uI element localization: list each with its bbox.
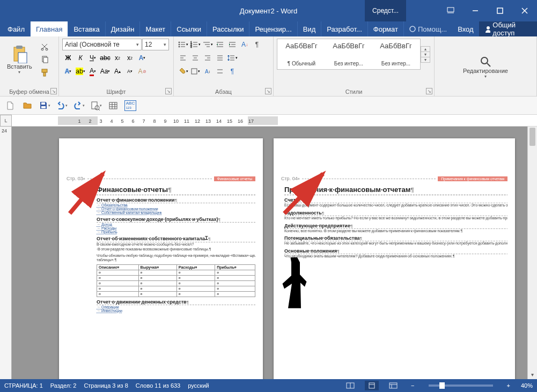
tab-design[interactable]: Дизайн bbox=[106, 21, 141, 36]
tab-review[interactable]: Рецензир... bbox=[249, 21, 297, 36]
align-right-button[interactable] bbox=[202, 52, 214, 64]
ruler-tab-selector[interactable]: L bbox=[0, 115, 12, 127]
horizontal-ruler[interactable]: 1234567891011121314151617 bbox=[12, 115, 537, 126]
tab-insert[interactable]: Вставка bbox=[68, 21, 105, 36]
decrease-indent-button[interactable] bbox=[214, 39, 226, 50]
zoom-in-button[interactable]: + bbox=[504, 382, 513, 389]
tab-mailings[interactable]: Рассылки bbox=[207, 21, 249, 36]
clipboard-launcher[interactable]: ↘ bbox=[50, 88, 57, 94]
bullets-button[interactable]: ▾ bbox=[177, 39, 189, 50]
style-nospacing1[interactable]: АаБбВвГгБез интер... bbox=[326, 40, 372, 68]
scrollbar-thumb[interactable] bbox=[529, 128, 535, 146]
print-preview-button[interactable]: ▾ bbox=[89, 99, 103, 113]
tab-references[interactable]: Ссылки bbox=[171, 21, 207, 36]
contextual-tab-label[interactable]: Средст... bbox=[365, 0, 406, 21]
shading-button[interactable]: ▾ bbox=[177, 65, 189, 77]
sort-button[interactable]: A↓ bbox=[239, 39, 251, 50]
font-size-combo[interactable]: 12▾ bbox=[142, 39, 169, 50]
status-section[interactable]: Раздел: 2 bbox=[50, 382, 77, 389]
shrink-font-button[interactable]: A▾ bbox=[124, 65, 136, 77]
web-layout-button[interactable] bbox=[386, 381, 400, 390]
style-normal[interactable]: АаБбВвГг¶ Обычный bbox=[278, 40, 325, 68]
vertical-scrollbar[interactable]: ▾ bbox=[527, 127, 537, 379]
close-button[interactable] bbox=[512, 0, 537, 21]
print-layout-button[interactable] bbox=[365, 381, 379, 390]
underline-button[interactable]: Ч▾ bbox=[87, 52, 99, 64]
line-spacing-button[interactable]: ▾ bbox=[226, 52, 238, 64]
font-launcher[interactable]: ↘ bbox=[165, 88, 172, 94]
text-direction-button[interactable]: A↕ bbox=[202, 65, 214, 77]
new-document-button[interactable] bbox=[3, 99, 17, 113]
tab-view[interactable]: Вид bbox=[298, 21, 322, 36]
document-canvas[interactable]: Стр. 03¤ Финансовые отчеты Финансовые·от… bbox=[12, 127, 527, 379]
align-center-button[interactable] bbox=[189, 52, 201, 64]
status-words[interactable]: Слово 11 из 633 bbox=[136, 382, 180, 389]
tell-me[interactable]: Помощ... bbox=[404, 21, 452, 36]
editing-button[interactable]: Редактирование ▾ bbox=[459, 53, 512, 82]
tab-file[interactable]: Файл bbox=[2, 21, 31, 36]
spelling-button[interactable]: ABC123 bbox=[123, 99, 137, 113]
svg-rect-62 bbox=[92, 102, 97, 109]
signin-link[interactable]: Вход bbox=[452, 21, 479, 36]
distributed-button[interactable] bbox=[214, 65, 226, 77]
page4-h1: Примечания·к·финансовым·отчетам bbox=[284, 186, 410, 194]
tab-layout[interactable]: Макет bbox=[140, 21, 171, 36]
align-left-button[interactable] bbox=[177, 52, 189, 64]
save-button[interactable]: ▾ bbox=[38, 99, 52, 113]
styles-gallery[interactable]: АаБбВвГг¶ Обычный АаБбВвГгБез интер... А… bbox=[277, 39, 421, 70]
text-effects-button[interactable]: A▾ bbox=[136, 52, 148, 64]
paragraph-launcher[interactable]: ↘ bbox=[265, 88, 271, 94]
highlight-button[interactable]: ab▾ bbox=[75, 65, 86, 77]
multilevel-list-button[interactable]: ▾ bbox=[202, 39, 214, 50]
svg-rect-60 bbox=[41, 102, 45, 105]
page3-header-tag: Финансовые отчеты bbox=[214, 176, 255, 181]
svg-rect-10 bbox=[18, 53, 27, 63]
justify-button[interactable] bbox=[214, 52, 226, 64]
grow-font-button[interactable]: A▴ bbox=[112, 65, 123, 77]
redo-button[interactable]: ▾ bbox=[72, 99, 86, 113]
maximize-button[interactable] bbox=[488, 0, 512, 21]
tab-developer[interactable]: Разработ... bbox=[321, 21, 367, 36]
undo-button[interactable]: ▾ bbox=[55, 99, 69, 113]
subscript-button[interactable]: x2 bbox=[112, 52, 123, 64]
zoom-out-button[interactable]: − bbox=[408, 382, 417, 389]
read-mode-button[interactable] bbox=[343, 381, 357, 390]
tab-home[interactable]: Главная bbox=[31, 21, 68, 36]
ribbon-display-options[interactable] bbox=[438, 0, 463, 21]
status-pages[interactable]: Страница 3 из 8 bbox=[84, 382, 128, 389]
status-page[interactable]: СТРАНИЦА: 1 bbox=[4, 382, 43, 389]
open-button[interactable] bbox=[20, 99, 34, 113]
format-painter-button[interactable] bbox=[39, 66, 50, 78]
scrollbar-down[interactable]: ▾ bbox=[528, 369, 537, 379]
numbering-button[interactable]: 123▾ bbox=[189, 39, 201, 50]
status-language[interactable]: русский bbox=[188, 382, 209, 389]
svg-rect-76 bbox=[389, 383, 397, 388]
borders-button[interactable]: ▾ bbox=[189, 65, 201, 77]
styles-more[interactable]: ▴▾▾ bbox=[421, 46, 430, 63]
style-nospacing2[interactable]: АаБбВвГгБез интер... bbox=[373, 40, 419, 68]
text-effects2-button[interactable]: A▾ bbox=[62, 65, 74, 77]
insert-table-button[interactable] bbox=[106, 99, 120, 113]
bold-button[interactable]: Ж bbox=[62, 52, 74, 64]
change-case-button[interactable]: Aa▾ bbox=[99, 65, 111, 77]
cut-button[interactable] bbox=[39, 41, 50, 53]
vertical-ruler[interactable]: 24 bbox=[0, 127, 12, 379]
styles-launcher[interactable]: ↘ bbox=[426, 88, 432, 94]
italic-button[interactable]: К bbox=[75, 52, 86, 64]
minimize-button[interactable] bbox=[463, 0, 488, 21]
strikethrough-button[interactable]: abc bbox=[99, 52, 111, 64]
zoom-slider[interactable] bbox=[429, 384, 493, 387]
increase-indent-button[interactable] bbox=[226, 39, 238, 50]
clear-formatting-button[interactable]: A⊘ bbox=[136, 65, 148, 77]
paste-button[interactable]: Вставить ▾ bbox=[3, 42, 36, 77]
show-paragraph-marks-button[interactable]: ¶ bbox=[251, 39, 263, 50]
tab-format[interactable]: Формат bbox=[368, 21, 404, 36]
font-name-combo[interactable]: Arial (Основной те▾ bbox=[62, 39, 142, 50]
font-color-button[interactable]: A▾ bbox=[87, 65, 99, 77]
copy-button[interactable] bbox=[39, 54, 50, 65]
ruler-row: L 1234567891011121314151617 bbox=[0, 115, 537, 127]
superscript-button[interactable]: x2 bbox=[124, 52, 136, 64]
share-button[interactable]: Общий доступ bbox=[479, 21, 537, 36]
paragraph-mark-button[interactable]: ¶ bbox=[226, 65, 238, 77]
zoom-level[interactable]: 40% bbox=[521, 382, 533, 389]
